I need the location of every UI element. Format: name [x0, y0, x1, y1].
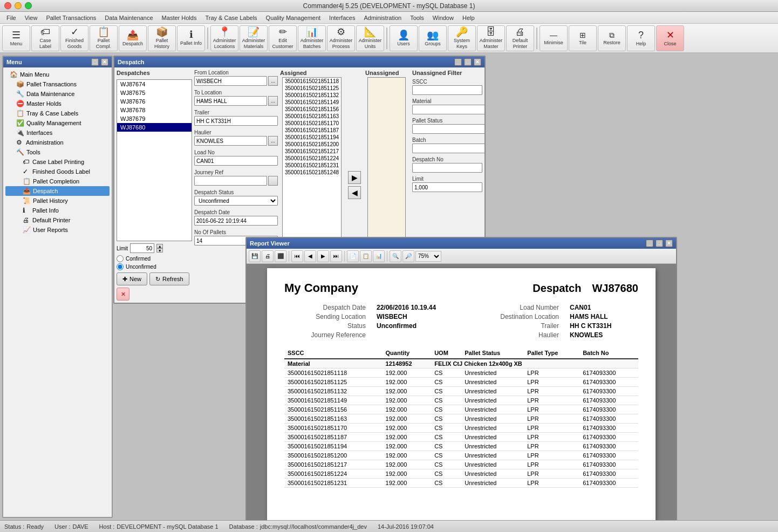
toolbar-case-label-button[interactable]: 🏷 CaseLabel: [31, 25, 59, 51]
toolbar-despatch-button[interactable]: 📤 Despatch: [119, 25, 147, 51]
sidebar-item-case-label-printing[interactable]: 🏷 Case Label Printing: [5, 157, 110, 167]
list-item[interactable]: 350001615021851217: [283, 148, 341, 155]
list-item[interactable]: 350001615021851170: [283, 120, 341, 127]
toolbar-pallet-completion-button[interactable]: 📋 PalletCompl.: [90, 25, 118, 51]
sidebar-item-finished-goods-label[interactable]: ✓ Finished Goods Label: [5, 167, 110, 176]
unconfirmed-radio-label[interactable]: Unconfirmed: [117, 263, 192, 270]
list-item[interactable]: WJ87679: [117, 114, 192, 123]
toolbar-groups-button[interactable]: 👥 Groups: [419, 25, 447, 51]
list-item-selected[interactable]: WJ87680: [117, 123, 192, 132]
report-layout-button[interactable]: 📋: [360, 250, 372, 262]
menu-master-holds[interactable]: Master Holds: [158, 13, 201, 22]
toolbar-administer-process-button[interactable]: ⚙ AdministerProcess: [327, 25, 355, 51]
menu-window[interactable]: Window: [428, 13, 458, 22]
list-item[interactable]: 350001615021851200: [283, 141, 341, 148]
sidebar-item-pallet-transactions[interactable]: 📦 Pallet Transactions: [5, 79, 110, 89]
list-item[interactable]: WJ87678: [117, 106, 192, 114]
list-item[interactable]: 350001615021851187: [283, 127, 341, 134]
toolbar-close-button[interactable]: ✕ Close: [656, 25, 684, 51]
from-location-input[interactable]: [194, 76, 267, 86]
limit-input[interactable]: [130, 243, 154, 253]
report-next-page-button[interactable]: ▶: [317, 250, 329, 262]
sscc-filter-input[interactable]: [412, 85, 482, 95]
material-filter-input[interactable]: [412, 105, 484, 114]
menu-file[interactable]: File: [2, 13, 21, 22]
limit-filter-input[interactable]: [412, 182, 482, 192]
window-minimize-button[interactable]: [15, 2, 22, 9]
menu-quality-management[interactable]: Quality Management: [262, 13, 325, 22]
sidebar-item-tools[interactable]: 🔨 Tools: [5, 147, 110, 157]
sidebar-item-quality-management[interactable]: ✅ Quality Management: [5, 118, 110, 128]
unconfirmed-radio[interactable]: [117, 263, 124, 270]
despatch-win-minimize-button[interactable]: _: [454, 58, 462, 66]
report-last-page-button[interactable]: ⏭: [330, 250, 342, 262]
report-viewer-close-button[interactable]: ✕: [665, 240, 673, 247]
menu-help[interactable]: Help: [458, 13, 479, 22]
list-item[interactable]: 350001615021851118: [283, 78, 341, 85]
toolbar-administer-materials-button[interactable]: 📝 AdministerMaterials: [240, 25, 268, 51]
list-item[interactable]: 350001615021851149: [283, 99, 341, 106]
toolbar-minimise-button[interactable]: — Minimise: [540, 25, 568, 51]
list-item[interactable]: 350001615021851125: [283, 85, 341, 92]
sidebar-item-tray-case-labels[interactable]: 📋 Tray & Case Labels: [5, 108, 110, 118]
toolbar-edit-customer-button[interactable]: ✏ EditCustomer: [269, 25, 297, 51]
report-stop-button[interactable]: ⬛: [275, 250, 286, 262]
sidebar-item-administration[interactable]: ⚙ Administration: [5, 138, 110, 147]
sidebar-item-interfaces[interactable]: 🔌 Interfaces: [5, 128, 110, 138]
list-item[interactable]: WJ87675: [117, 88, 192, 97]
haulier-input[interactable]: [194, 136, 267, 146]
menu-interfaces[interactable]: Interfaces: [325, 13, 359, 22]
despatch-status-select[interactable]: Unconfirmed Confirmed: [194, 196, 278, 206]
despatch-date-input[interactable]: [194, 216, 278, 226]
toolbar-help-button[interactable]: ? Help: [627, 25, 655, 51]
window-maximize-button[interactable]: [25, 2, 32, 9]
to-location-browse-button[interactable]: ...: [268, 96, 278, 106]
toolbar-finished-goods-button[interactable]: ✓ FinishedGoods: [60, 25, 88, 51]
list-item[interactable]: 350001615021851231: [283, 162, 341, 169]
report-prev-page-button[interactable]: ◀: [304, 250, 316, 262]
toolbar-administer-locations-button[interactable]: 📍 AdministerLocations: [210, 25, 238, 51]
pallet-status-filter-input[interactable]: [412, 124, 484, 134]
sidebar-item-user-reports[interactable]: 📈 User Reports: [5, 225, 110, 235]
toolbar-administer-units-button[interactable]: 📐 AdministerUnits: [356, 25, 384, 51]
limit-spin-up[interactable]: ▲: [156, 244, 163, 248]
list-item[interactable]: 350001615021851224: [283, 155, 341, 162]
list-item[interactable]: 350001615021851194: [283, 134, 341, 141]
sidebar-item-master-holds[interactable]: ⛔ Master Holds: [5, 99, 110, 108]
journey-ref-browse-button[interactable]: [268, 176, 278, 186]
trailer-input[interactable]: [194, 116, 278, 126]
window-close-button[interactable]: [4, 2, 11, 9]
list-item[interactable]: 350001615021851132: [283, 92, 341, 99]
toolbar-menu-button[interactable]: ☰ Menu: [2, 25, 30, 51]
sidebar-item-despatch[interactable]: 📤 Despatch: [5, 186, 110, 196]
sidebar-item-default-printer[interactable]: 🖨 Default Printer: [5, 215, 110, 225]
report-zoom-in-button[interactable]: 🔎: [402, 250, 414, 262]
report-format-button[interactable]: 📊: [373, 250, 385, 262]
menu-data-maintenance[interactable]: Data Maintenance: [100, 13, 157, 22]
limit-spin-down[interactable]: ▼: [156, 248, 163, 253]
toolbar-system-keys-button[interactable]: 🔑 SystemKeys: [448, 25, 476, 51]
side-panel-expand-button[interactable]: □: [91, 58, 99, 66]
menu-tools[interactable]: Tools: [406, 13, 428, 22]
menu-administration[interactable]: Administration: [359, 13, 406, 22]
move-left-button[interactable]: ◀: [348, 186, 361, 199]
journey-ref-input[interactable]: [194, 176, 267, 186]
refresh-button[interactable]: ↻ Refresh: [149, 272, 189, 285]
list-item[interactable]: 350001615021851248: [283, 169, 341, 176]
despatch-win-maximize-button[interactable]: □: [464, 58, 472, 66]
report-export-button[interactable]: 📄: [347, 250, 359, 262]
confirmed-radio[interactable]: [117, 255, 124, 262]
sidebar-item-main-menu[interactable]: 🏠 Main Menu: [5, 70, 110, 79]
to-location-input[interactable]: [194, 96, 267, 106]
sidebar-item-pallet-completion[interactable]: 📋 Pallet Completion: [5, 176, 110, 186]
despatch-win-close-button[interactable]: ✕: [474, 58, 481, 66]
menu-tray-case-labels[interactable]: Tray & Case Labels: [201, 13, 261, 22]
haulier-browse-button[interactable]: ...: [268, 136, 278, 146]
despatch-no-filter-input[interactable]: [412, 163, 482, 173]
delete-button[interactable]: ✕: [117, 288, 129, 301]
move-right-button[interactable]: ▶: [348, 171, 361, 184]
toolbar-restore-button[interactable]: ⧉ Restore: [598, 25, 626, 51]
sidebar-item-pallet-history[interactable]: 📜 Pallet History: [5, 196, 110, 206]
report-save-button[interactable]: 💾: [249, 250, 261, 262]
load-no-input[interactable]: [194, 156, 278, 166]
